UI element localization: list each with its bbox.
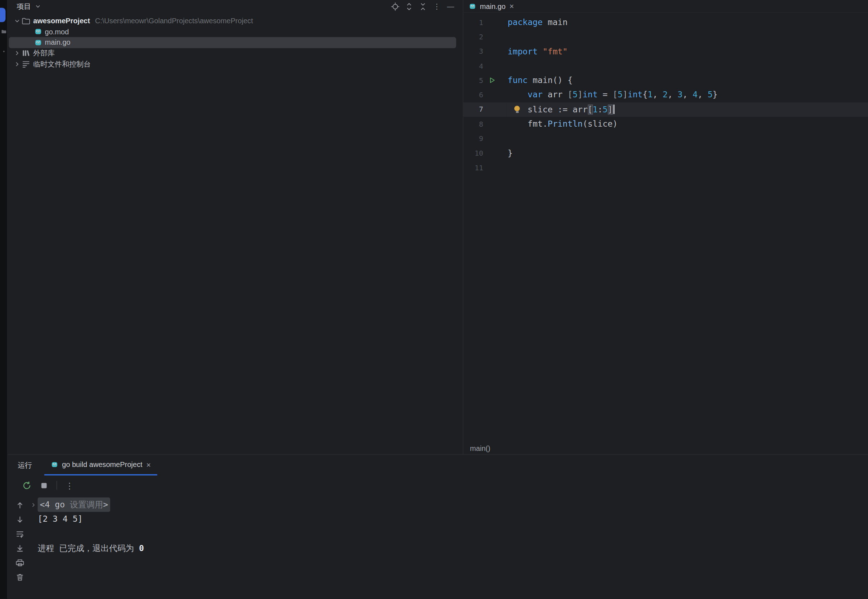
gutter-line[interactable]: 6 xyxy=(463,88,506,102)
gutter-line[interactable]: 4 xyxy=(463,59,506,73)
run-tool-window: 运行 go build awesomeProject × xyxy=(8,455,868,599)
go-file-icon xyxy=(35,28,42,36)
soft-wrap-button[interactable] xyxy=(15,530,24,539)
code-line[interactable]: } xyxy=(506,146,868,161)
run-tab-go-build[interactable]: go build awesomeProject × xyxy=(44,455,157,475)
run-panel-title: 运行 xyxy=(8,460,32,470)
code-line[interactable]: package main xyxy=(506,15,868,30)
editor-body: 1234567891011 package mainimport "fmt"fu… xyxy=(463,13,868,442)
more-options-button[interactable]: ⋮ xyxy=(432,2,442,11)
code-line[interactable]: func main() { xyxy=(506,73,868,88)
tree-row-external-libraries[interactable]: 外部库 xyxy=(8,48,463,59)
code-line[interactable]: slice := arr[1:5] xyxy=(506,102,868,117)
console-exit-line: 进程 已完成，退出代码为 0 xyxy=(36,541,868,556)
folder-icon xyxy=(21,17,30,26)
stripe-more-icon[interactable] xyxy=(1,49,6,54)
clear-all-button[interactable] xyxy=(15,573,24,582)
editor-gutter: 1234567891011 xyxy=(463,13,506,442)
exit-code: 0 xyxy=(139,541,144,556)
fold-chevron-icon[interactable] xyxy=(30,502,36,508)
gutter-line[interactable]: 7 xyxy=(463,102,506,117)
tree-row-gomod[interactable]: go.mod xyxy=(8,26,463,37)
folded-command[interactable]: <4 go 设置调用> xyxy=(38,497,110,512)
console-toolbar xyxy=(8,495,36,599)
code-line[interactable] xyxy=(506,29,868,44)
code-line[interactable] xyxy=(506,160,868,175)
stop-button[interactable] xyxy=(39,480,49,490)
hide-panel-button[interactable]: — xyxy=(446,2,455,11)
tool-window-stripe xyxy=(0,0,8,599)
code-line[interactable]: fmt.Println(slice) xyxy=(506,117,868,131)
toolbar-separator xyxy=(57,481,57,490)
go-file-icon xyxy=(51,461,58,468)
code-line[interactable] xyxy=(506,59,868,73)
code-line[interactable]: var arr [5]int = [5]int{1, 2, 3, 4, 5} xyxy=(506,88,868,102)
file-label: go.mod xyxy=(45,27,69,36)
expand-all-button[interactable] xyxy=(405,2,414,11)
chevron-right-icon[interactable] xyxy=(13,50,22,57)
console-command-line: <4 go 设置调用> xyxy=(36,497,868,512)
go-file-icon xyxy=(35,39,42,47)
tree-label: 外部库 xyxy=(33,48,55,58)
top-row: 项目 xyxy=(8,0,868,455)
gutter-line[interactable]: 2 xyxy=(463,29,506,44)
gutter-line[interactable]: 10 xyxy=(463,146,506,161)
scratches-icon xyxy=(21,60,30,69)
run-tab-bar: 运行 go build awesomeProject × xyxy=(8,455,868,475)
tree-row-maingo[interactable]: main.go xyxy=(9,37,457,48)
tree-row-scratches[interactable]: 临时文件和控制台 xyxy=(8,59,463,69)
app-logo[interactable] xyxy=(0,8,5,22)
project-tool-window: 项目 xyxy=(8,0,464,455)
console-blank-line xyxy=(36,527,868,542)
project-header-actions: ⋮ — xyxy=(391,2,455,11)
gutter-line[interactable]: 9 xyxy=(463,131,506,146)
console: <4 go 设置调用> [2 3 4 5] 进程 已完成，退出代码为 0 xyxy=(8,495,868,599)
up-arrow-button[interactable] xyxy=(15,501,24,510)
code-line[interactable]: import "fmt" xyxy=(506,44,868,59)
close-icon[interactable]: × xyxy=(509,2,514,10)
project-tree: awesomeProject C:\Users\meowr\GolandProj… xyxy=(8,15,463,69)
stripe-project-icon[interactable] xyxy=(1,29,6,34)
collapse-all-button[interactable] xyxy=(419,2,427,11)
ide-window: 项目 xyxy=(0,0,868,599)
editor-area: main.go × 1234567891011 package mainimpo… xyxy=(463,0,868,455)
file-label: main.go xyxy=(45,38,71,47)
tree-row-project-root[interactable]: awesomeProject C:\Users\meowr\GolandProj… xyxy=(8,15,463,26)
run-line-icon[interactable] xyxy=(488,77,496,84)
go-file-icon xyxy=(469,3,476,10)
run-toolbar: ⋮ xyxy=(8,475,868,495)
project-title[interactable]: 项目 xyxy=(17,2,31,12)
text-caret xyxy=(613,104,614,114)
close-icon[interactable]: × xyxy=(146,461,151,469)
code-lines[interactable]: package mainimport "fmt"func main() { va… xyxy=(506,13,868,442)
gutter-line[interactable]: 3 xyxy=(463,44,506,59)
console-output-area[interactable]: <4 go 设置调用> [2 3 4 5] 进程 已完成，退出代码为 0 xyxy=(36,495,868,599)
print-button[interactable] xyxy=(15,558,24,567)
breadcrumb-item[interactable]: main() xyxy=(470,444,490,452)
code-line[interactable] xyxy=(506,131,868,146)
chevron-right-icon[interactable] xyxy=(13,61,22,68)
scroll-to-end-button[interactable] xyxy=(15,544,24,553)
locate-file-button[interactable] xyxy=(391,2,400,11)
project-header: 项目 xyxy=(8,0,463,13)
tab-label: main.go xyxy=(480,2,506,10)
gutter-line[interactable]: 1 xyxy=(463,15,506,30)
more-options-button[interactable]: ⋮ xyxy=(65,480,74,490)
down-arrow-button[interactable] xyxy=(15,515,24,524)
console-output: [2 3 4 5] xyxy=(36,512,868,527)
editor-tab-maingo[interactable]: main.go × xyxy=(463,0,519,12)
intention-bulb-icon[interactable] xyxy=(514,105,520,111)
chevron-down-icon[interactable] xyxy=(35,3,42,10)
editor-tab-bar: main.go × xyxy=(463,0,868,13)
project-root-path: C:\Users\meowr\GolandProjects\awesomePro… xyxy=(95,17,253,25)
rerun-button[interactable] xyxy=(22,480,32,490)
gutter-line[interactable]: 8 xyxy=(463,117,506,131)
main-area: 项目 xyxy=(8,0,868,599)
gutter-line[interactable]: 5 xyxy=(463,73,506,88)
gutter-line[interactable]: 11 xyxy=(463,160,506,175)
breadcrumb: main() xyxy=(463,442,868,455)
chevron-down-icon[interactable] xyxy=(13,18,22,24)
project-root-name: awesomeProject xyxy=(33,17,90,25)
library-icon xyxy=(21,49,30,57)
tab-label: go build awesomeProject xyxy=(62,461,142,469)
